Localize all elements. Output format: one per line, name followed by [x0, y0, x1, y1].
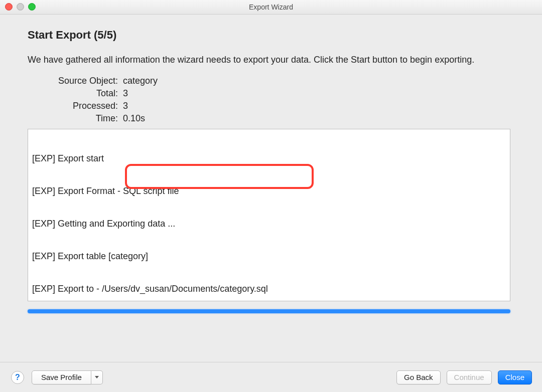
chevron-down-icon: [95, 376, 99, 378]
close-label: Close: [505, 373, 524, 381]
summary-source-value: category: [123, 76, 514, 86]
title-bar: Export Wizard: [0, 0, 542, 15]
log-line: [EXP] Export table [category]: [32, 251, 506, 262]
help-button[interactable]: ?: [11, 371, 24, 384]
save-profile-button[interactable]: Save Profile: [32, 370, 91, 384]
window-title: Export Wizard: [249, 3, 293, 11]
summary-processed-label: Processed:: [35, 101, 118, 111]
progress-bar: [28, 309, 510, 313]
help-icon: ?: [15, 373, 20, 382]
log-line: [EXP] Export to - /Users/dv_susan/Docume…: [32, 284, 506, 295]
wizard-footer: ? Save Profile Go Back Continue Close: [0, 362, 542, 392]
close-window-icon[interactable]: [5, 3, 13, 11]
summary-total-value: 3: [123, 88, 514, 99]
page-description: We have gathered all information the wiz…: [28, 54, 499, 66]
log-line: [EXP] Getting and Exporting data ...: [32, 219, 506, 230]
continue-label: Continue: [454, 373, 484, 381]
summary-time-label: Time:: [35, 113, 118, 124]
go-back-label: Go Back: [404, 373, 433, 381]
summary-source-label: Source Object:: [35, 76, 118, 86]
log-line: [EXP] Export start: [32, 153, 506, 164]
go-back-button[interactable]: Go Back: [396, 370, 441, 384]
traffic-lights: [5, 3, 36, 11]
export-log[interactable]: [EXP] Export start [EXP] Export Format -…: [28, 129, 510, 301]
log-line: [EXP] Export Format - SQL script file: [32, 186, 506, 197]
export-summary: Source Object: category Total: 3 Process…: [35, 76, 514, 124]
save-profile-label: Save Profile: [41, 373, 82, 381]
minimize-window-icon: [17, 3, 24, 11]
summary-total-label: Total:: [35, 88, 118, 99]
close-button[interactable]: Close: [498, 370, 532, 384]
save-profile-dropdown[interactable]: [91, 370, 103, 384]
wizard-content: Start Export (5/5) We have gathered all …: [0, 15, 542, 313]
maximize-window-icon[interactable]: [28, 3, 36, 11]
summary-processed-value: 3: [123, 101, 514, 111]
continue-button: Continue: [447, 370, 492, 384]
page-heading: Start Export (5/5): [28, 29, 514, 42]
summary-time-value: 0.10s: [123, 113, 514, 124]
